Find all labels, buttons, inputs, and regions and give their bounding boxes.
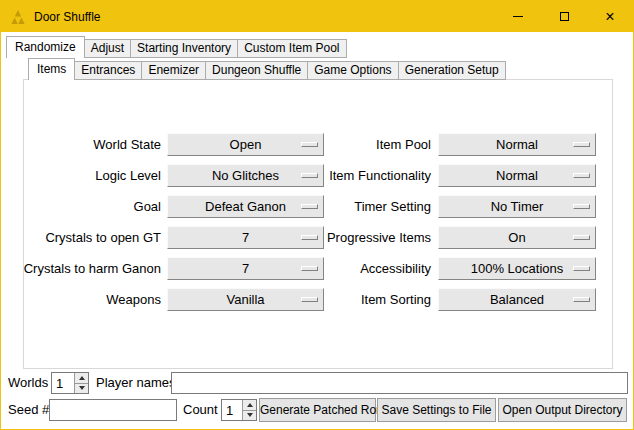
count-spinner-arrows	[242, 400, 256, 420]
app-icon	[10, 9, 26, 25]
outer-tab-bar: Randomize Adjust Starting Inventory Cust…	[6, 36, 347, 58]
seed-label: Seed #	[8, 399, 49, 421]
dropdown-item-functionality[interactable]: Normal	[438, 164, 596, 187]
dropdown-item-sorting[interactable]: Balanced	[438, 288, 596, 311]
maximize-button[interactable]	[541, 1, 587, 32]
player-names-input[interactable]	[171, 372, 628, 394]
close-button[interactable]: ×	[587, 1, 633, 32]
seed-input[interactable]	[49, 399, 177, 421]
tab-generation-setup[interactable]: Generation Setup	[398, 61, 506, 80]
dropdown-indicator-icon	[573, 297, 590, 302]
dropdown-indicator-icon	[573, 235, 590, 240]
count-input[interactable]	[222, 400, 242, 420]
count-label: Count	[183, 399, 218, 421]
option-row: Logic Level No Glitches Item Functionali…	[1, 164, 634, 187]
tab-adjust[interactable]: Adjust	[84, 39, 131, 58]
maximize-icon	[560, 12, 569, 21]
spin-up-button[interactable]	[75, 373, 88, 384]
dropdown-indicator-icon	[573, 142, 590, 147]
dropdown-indicator-icon	[573, 204, 590, 209]
accessibility-label: Accessibility	[301, 257, 431, 280]
spin-down-button[interactable]	[75, 384, 88, 394]
tab-enemizer[interactable]: Enemizer	[141, 61, 206, 80]
spin-down-button[interactable]	[243, 411, 256, 421]
save-settings-button[interactable]: Save Settings to File	[377, 398, 496, 422]
tab-randomize[interactable]: Randomize	[6, 36, 85, 58]
window-controls: ×	[495, 1, 633, 32]
arrow-up-icon	[247, 403, 253, 407]
worlds-spinner-arrows	[74, 373, 88, 393]
option-row: Weapons Vanilla Item Sorting Balanced	[1, 288, 634, 311]
items-tab-pane	[23, 79, 613, 369]
crystals-open-gt-label: Crystals to open GT	[21, 226, 161, 249]
worlds-spinner[interactable]	[51, 372, 89, 394]
generate-patched-rom-button[interactable]: Generate Patched Rom	[259, 398, 376, 422]
tab-dungeon-shuffle[interactable]: Dungeon Shuffle	[205, 61, 308, 80]
arrow-down-icon	[247, 413, 253, 417]
minimize-button[interactable]	[495, 1, 541, 32]
logic-level-label: Logic Level	[21, 164, 161, 187]
dropdown-progressive-items[interactable]: On	[438, 226, 596, 249]
open-output-directory-button[interactable]: Open Output Directory	[498, 398, 627, 422]
tab-items[interactable]: Items	[28, 58, 75, 80]
option-row: Goal Defeat Ganon Timer Setting No Timer	[1, 195, 634, 218]
option-row: Crystals to open GT 7 Progressive Items …	[1, 226, 634, 249]
dropdown-indicator-icon	[573, 173, 590, 178]
item-sorting-label: Item Sorting	[301, 288, 431, 311]
item-functionality-label: Item Functionality	[301, 164, 431, 187]
title-bar: Door Shuffle ×	[1, 1, 633, 32]
timer-setting-label: Timer Setting	[301, 195, 431, 218]
window-title: Door Shuffle	[34, 10, 101, 24]
option-row: Crystals to harm Ganon 7 Accessibility 1…	[1, 257, 634, 280]
tab-starting-inventory[interactable]: Starting Inventory	[130, 39, 238, 58]
inner-tab-bar: Items Entrances Enemizer Dungeon Shuffle…	[28, 58, 506, 80]
count-spinner[interactable]	[221, 399, 257, 421]
tab-game-options[interactable]: Game Options	[307, 61, 398, 80]
app-window: Door Shuffle × Randomize Adjust Starting…	[0, 0, 634, 430]
dropdown-item-pool[interactable]: Normal	[438, 133, 596, 156]
item-pool-label: Item Pool	[301, 133, 431, 156]
close-icon: ×	[605, 9, 614, 25]
weapons-label: Weapons	[21, 288, 161, 311]
worlds-input[interactable]	[52, 373, 74, 393]
dropdown-timer-setting[interactable]: No Timer	[438, 195, 596, 218]
option-row: World State Open Item Pool Normal	[1, 133, 634, 156]
dropdown-indicator-icon	[573, 266, 590, 271]
arrow-up-icon	[79, 376, 85, 380]
minimize-icon	[513, 16, 523, 17]
player-names-label: Player names	[96, 372, 175, 394]
dropdown-accessibility[interactable]: 100% Locations	[438, 257, 596, 280]
crystals-harm-ganon-label: Crystals to harm Ganon	[21, 257, 161, 280]
spin-up-button[interactable]	[243, 400, 256, 411]
worlds-label: Worlds	[8, 372, 48, 394]
goal-label: Goal	[21, 195, 161, 218]
progressive-items-label: Progressive Items	[301, 226, 431, 249]
world-state-label: World State	[21, 133, 161, 156]
tab-entrances[interactable]: Entrances	[74, 61, 142, 80]
arrow-down-icon	[79, 386, 85, 390]
tab-custom-item-pool[interactable]: Custom Item Pool	[237, 39, 346, 58]
